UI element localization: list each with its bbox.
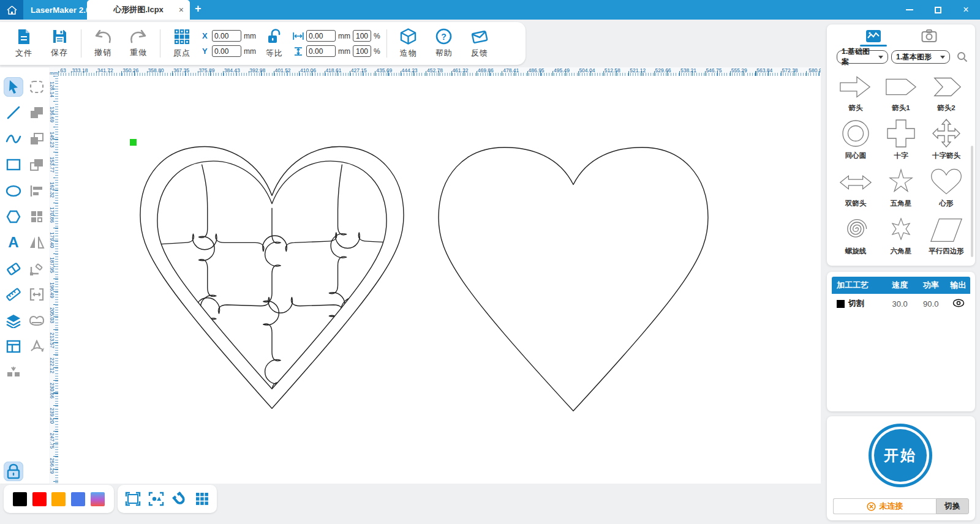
subtract-tool[interactable]	[27, 129, 47, 149]
start-button[interactable]: 开始	[869, 424, 932, 487]
shape-item-double-arrow[interactable]: 双箭头	[833, 164, 878, 212]
search-icon[interactable]	[957, 51, 968, 62]
home-button[interactable]	[0, 0, 23, 20]
cube-icon	[400, 28, 417, 45]
weld-tool[interactable]	[27, 311, 47, 331]
canvas-object-heart-outline[interactable]	[430, 140, 717, 418]
width-input[interactable]	[306, 30, 336, 42]
output-visibility-toggle[interactable]	[946, 299, 970, 309]
width-icon	[293, 32, 304, 40]
ellipse-tool[interactable]	[4, 181, 23, 201]
x-unit: mm	[244, 32, 256, 40]
shape-item-arrow1[interactable]: 箭头1	[878, 69, 924, 116]
h-ruler-label: 580.9	[809, 67, 821, 73]
shape-item-star6[interactable]: 六角星	[878, 212, 924, 260]
undo-button[interactable]: 撤销	[85, 29, 121, 58]
break-apart-tool[interactable]	[4, 362, 23, 382]
shape-item-concentric[interactable]: 同心圆	[833, 116, 878, 164]
magnet-icon[interactable]	[172, 492, 187, 506]
shape-item-spiral[interactable]: 螺旋线	[833, 212, 878, 260]
color-swatch-black[interactable]	[13, 492, 27, 506]
shape-item-star5[interactable]: 五角星	[878, 164, 924, 212]
save-button[interactable]: 保存	[42, 29, 77, 58]
shape-item-cross-arrows[interactable]: 十字箭头	[924, 116, 969, 164]
tab-patterns[interactable]	[855, 24, 892, 48]
table-tool[interactable]	[4, 337, 23, 356]
origin-button[interactable]: 原点	[164, 29, 200, 59]
text-path-tool[interactable]	[27, 337, 47, 356]
document-tab[interactable]: 心形拼图.lcpx ×	[87, 0, 190, 20]
h-ruler-label: 384.43	[224, 67, 240, 73]
polygon-icon	[6, 210, 21, 223]
subtract-icon	[29, 132, 44, 146]
grid-icon[interactable]	[195, 492, 209, 506]
switch-device-button[interactable]: 切换	[936, 498, 969, 514]
x-input[interactable]	[212, 30, 241, 42]
v-ruler-label: 222.12	[49, 354, 55, 377]
new-tab-button[interactable]: +	[195, 2, 202, 15]
width-percent-input[interactable]	[353, 30, 371, 42]
y-input[interactable]	[212, 45, 241, 57]
marquee-select-tool[interactable]	[27, 77, 47, 97]
file-button[interactable]: 文件	[6, 29, 42, 59]
redo-button[interactable]: 重做	[121, 29, 156, 58]
undo-icon	[94, 29, 112, 44]
h-ruler-label: 367.35	[173, 67, 189, 73]
h-ruler-label: 529.66	[655, 67, 671, 73]
color-swatch-red[interactable]	[32, 492, 47, 506]
polygon-tool[interactable]	[4, 207, 23, 226]
v-ruler-label: 247.75	[49, 429, 55, 452]
layers-tool[interactable]	[4, 311, 23, 331]
exclude-tool[interactable]	[27, 155, 47, 174]
union-tool[interactable]	[27, 103, 47, 122]
close-button[interactable]: ×	[952, 0, 980, 20]
five-point-star-shape-icon	[884, 166, 918, 196]
canvas-object-heart-puzzle[interactable]	[132, 140, 412, 417]
shape-item-heart[interactable]: 心形	[924, 164, 969, 212]
node-edit-tool[interactable]	[27, 259, 47, 279]
h-ruler-label: 572.38	[782, 67, 798, 73]
color-swatch-orange[interactable]	[51, 492, 66, 506]
help-button[interactable]: ? 帮助	[426, 28, 462, 59]
curve-tool[interactable]	[4, 129, 23, 149]
center-frame-tool[interactable]	[27, 285, 47, 304]
fit-view-icon[interactable]	[148, 492, 164, 506]
align-tool[interactable]	[27, 181, 47, 201]
shape-item-arrow[interactable]: 箭头	[833, 69, 878, 116]
subcategory-dropdown[interactable]: 1.基本图形	[891, 50, 950, 64]
ratio-lock-label: 等比	[266, 48, 283, 59]
v-ruler-label: 162.32	[49, 178, 55, 201]
category-dropdown[interactable]: 1.基础图案	[837, 50, 888, 64]
measure-tool[interactable]	[4, 285, 23, 304]
select-tool[interactable]	[4, 77, 23, 97]
crop-frame-icon[interactable]	[125, 492, 141, 506]
text-tool[interactable]: A	[4, 233, 23, 252]
maximize-button[interactable]	[924, 0, 952, 20]
make-button[interactable]: 造物	[391, 28, 426, 59]
height-percent-input[interactable]	[353, 45, 371, 57]
shape-item-arrow2[interactable]: 箭头2	[924, 69, 969, 116]
shapes-scrollbar[interactable]	[971, 146, 973, 257]
color-swatch-gradient[interactable]	[91, 492, 105, 506]
canvas[interactable]	[58, 76, 821, 484]
mirror-tool[interactable]	[27, 233, 47, 252]
height-input[interactable]	[306, 45, 336, 57]
v-ruler-label: 196.49	[49, 279, 55, 302]
group-tool[interactable]	[27, 207, 47, 226]
rectangle-tool[interactable]	[4, 155, 23, 174]
weld-icon	[29, 314, 45, 328]
tab-close-icon[interactable]: ×	[179, 6, 184, 14]
shape-item-cross[interactable]: 十字	[878, 116, 924, 164]
feedback-button[interactable]: 反馈	[462, 29, 497, 59]
line-tool[interactable]	[4, 103, 23, 122]
color-swatch-blue[interactable]	[71, 492, 85, 506]
eraser-tool[interactable]	[4, 259, 23, 279]
toolbar-separator	[81, 29, 81, 58]
lock-tool[interactable]	[4, 462, 23, 481]
ratio-lock-button[interactable]: 等比	[258, 29, 290, 59]
tab-camera[interactable]	[911, 24, 948, 48]
shape-item-parallelogram[interactable]: 平行四边形	[924, 212, 969, 260]
process-table-row[interactable]: 切割 30.0 90.0	[832, 294, 970, 313]
minimize-button[interactable]	[895, 0, 924, 20]
svg-text:A: A	[8, 235, 18, 250]
